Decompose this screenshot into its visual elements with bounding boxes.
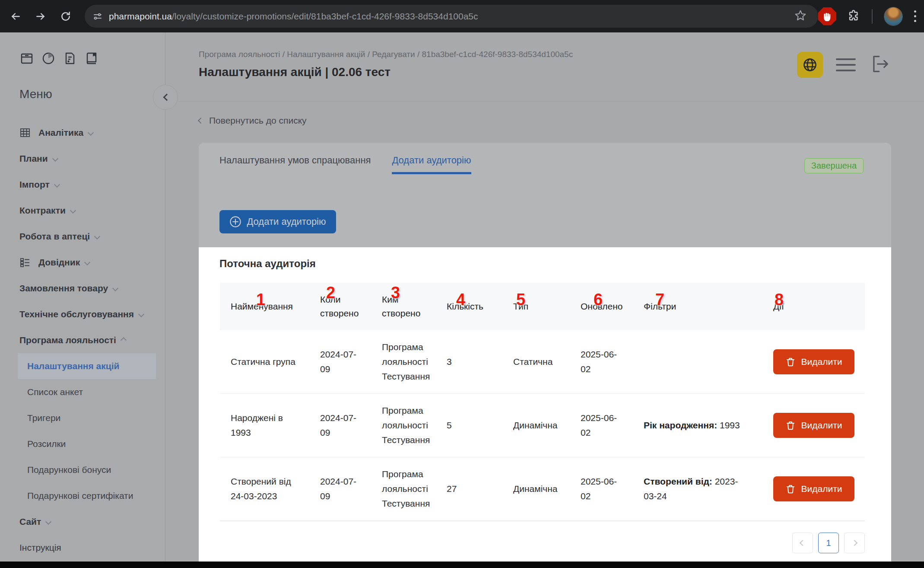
url-text: pharmapoint.ua/loyalty/customize-promoti… xyxy=(109,11,478,22)
hamburger-menu-icon[interactable] xyxy=(836,58,856,71)
plus-circle-icon xyxy=(229,216,241,228)
sidebar-item[interactable]: Розсилки xyxy=(0,431,165,457)
cell-count: 5 xyxy=(447,418,513,433)
sidebar-item[interactable]: Робота в аптеці xyxy=(0,223,165,249)
section-title: Поточна аудиторія xyxy=(219,258,891,270)
address-bar[interactable]: pharmapoint.ua/loyalty/customize-promoti… xyxy=(85,5,818,28)
table-row: Статична група 2024-07-09 Програма лояль… xyxy=(220,330,865,394)
browser-reload-icon[interactable] xyxy=(56,7,75,26)
cell-created-by: Програма лояльності Тестування xyxy=(382,467,447,511)
tab-conditions[interactable]: Налаштування умов спрацювання xyxy=(219,155,371,174)
cell-actions: Видалити xyxy=(773,476,865,501)
sidebar-item[interactable]: Імпорт xyxy=(0,172,165,198)
delete-button[interactable]: Видалити xyxy=(773,413,854,438)
pagination-next-button[interactable] xyxy=(844,533,865,553)
cell-name: Створений від 24-03-2023 xyxy=(231,474,320,504)
cell-updated: 2025-06-02 xyxy=(581,411,644,440)
sidebar-item-label: Подарункові бонуси xyxy=(27,465,111,475)
language-globe-button[interactable] xyxy=(797,52,823,78)
sidebar-item[interactable]: Інструкція xyxy=(0,535,165,561)
sidebar-item[interactable]: Довідник xyxy=(0,249,165,275)
cell-actions: Видалити xyxy=(773,349,865,374)
sidebar-item[interactable]: Аналітика xyxy=(0,120,165,146)
sidebar-item-label: Довідник xyxy=(38,257,80,268)
pagination-page-button[interactable]: 1 xyxy=(818,533,839,553)
annotation-number: 3 xyxy=(391,286,400,300)
trash-icon xyxy=(785,420,796,431)
rows-icon xyxy=(19,257,31,268)
column-header: 4Кількість xyxy=(447,300,513,313)
pagination: 1 xyxy=(220,521,865,553)
cell-name: Народжені в 1993 xyxy=(231,411,320,440)
cell-actions: Видалити xyxy=(773,413,865,438)
sidebar-item[interactable]: Тригери xyxy=(0,405,165,431)
pagination-prev-button[interactable] xyxy=(792,533,813,553)
chevron-down-icon xyxy=(88,130,94,136)
sidebar-item[interactable]: Замовлення товару xyxy=(0,275,165,301)
cell-filters: Рік народження: 1993 xyxy=(644,418,773,433)
cell-count: 27 xyxy=(447,482,513,496)
annotation-number: 4 xyxy=(456,293,465,306)
add-audience-button[interactable]: Додати аудиторію xyxy=(219,210,336,233)
sidebar-item[interactable]: Програма лояльності xyxy=(0,327,165,353)
pie-chart-icon[interactable] xyxy=(41,51,56,66)
annotation-number: 8 xyxy=(775,293,784,306)
extensions-puzzle-icon[interactable] xyxy=(848,9,860,24)
sidebar-item[interactable]: Подарункові бонуси xyxy=(0,457,165,483)
column-header: 1Найменування xyxy=(231,300,320,313)
column-header: 7Фільтри xyxy=(644,300,773,313)
sidebar: Меню АналітикаПланиІмпортКонтрактиРобота… xyxy=(0,32,165,562)
browser-menu-icon[interactable] xyxy=(914,10,916,22)
cell-count: 3 xyxy=(447,354,513,369)
sidebar-collapse-button[interactable] xyxy=(153,85,178,110)
sidebar-item-label: Розсилки xyxy=(27,439,66,449)
sidebar-item-label: Плани xyxy=(19,153,48,164)
delete-button[interactable]: Видалити xyxy=(773,349,854,374)
browser-back-icon[interactable] xyxy=(6,7,25,26)
sidebar-item-label: Контракти xyxy=(19,205,66,216)
sidebar-item[interactable]: Контракти xyxy=(0,198,165,223)
chevron-down-icon xyxy=(52,156,58,162)
sidebar-item-label: Список анкет xyxy=(27,387,83,397)
book-icon[interactable] xyxy=(84,51,99,66)
back-to-list-link[interactable]: Повернутись до списку xyxy=(199,115,307,126)
cell-created-by: Програма лояльності Тестування xyxy=(382,340,447,384)
box-icon[interactable] xyxy=(19,51,34,66)
annotation-number: 2 xyxy=(326,286,335,300)
chevron-down-icon xyxy=(112,285,118,291)
sidebar-item[interactable]: Технічне обслуговування xyxy=(0,301,165,327)
sidebar-item-label: Замовлення товару xyxy=(19,283,108,294)
profile-avatar[interactable] xyxy=(884,7,903,26)
sidebar-item[interactable]: Список анкет xyxy=(0,379,165,405)
sidebar-item[interactable]: Подарункові сертифікати xyxy=(0,483,165,509)
document-icon[interactable] xyxy=(63,51,77,66)
table-row: Створений від 24-03-2023 2024-07-09 Прог… xyxy=(220,457,865,521)
chevron-down-icon xyxy=(84,259,90,265)
bookmark-star-icon[interactable] xyxy=(794,9,807,24)
cell-type: Статична xyxy=(513,354,581,369)
sidebar-item[interactable]: Сайт xyxy=(0,509,165,535)
delete-button[interactable]: Видалити xyxy=(773,476,854,501)
sidebar-item-label: Імпорт xyxy=(19,179,50,190)
site-info-icon[interactable] xyxy=(92,11,103,22)
sidebar-item-label: Налаштування акцій xyxy=(27,361,119,371)
sidebar-item[interactable]: Плани xyxy=(0,146,165,172)
promotion-card: Налаштування умов спрацюванняДодати ауди… xyxy=(199,143,891,562)
tab-add-audience[interactable]: Додати аудиторію xyxy=(392,155,471,174)
chevron-down-icon xyxy=(94,233,100,239)
browser-forward-icon[interactable] xyxy=(31,7,50,26)
table-row: Народжені в 1993 2024-07-09 Програма лоя… xyxy=(220,394,865,457)
chevron-down-icon xyxy=(45,519,51,525)
audience-table: 1Найменування2Коли створено3Ким створено… xyxy=(220,283,865,521)
chevron-down-icon xyxy=(138,311,144,317)
cell-filters: Створений від: 2023-03-24 xyxy=(644,474,773,504)
logout-icon[interactable] xyxy=(869,53,891,77)
sidebar-item[interactable]: Налаштування акцій xyxy=(18,353,156,379)
cell-updated: 2025-06-02 xyxy=(581,347,644,377)
annotation-number: 6 xyxy=(594,293,603,306)
column-header-label: Ким створено xyxy=(382,294,420,318)
adblock-extension-icon[interactable] xyxy=(818,7,836,26)
cell-created-by: Програма лояльності Тестування xyxy=(382,403,447,447)
sidebar-item-label: Технічне обслуговування xyxy=(19,309,134,319)
column-header: 2Коли створено xyxy=(320,293,382,320)
